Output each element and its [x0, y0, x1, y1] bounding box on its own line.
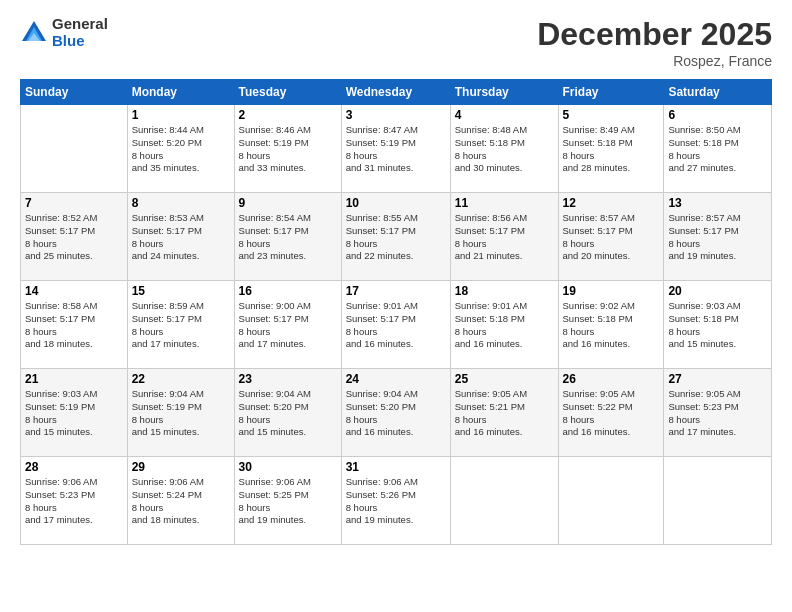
day-number: 4	[455, 108, 554, 122]
calendar-cell: 30Sunrise: 9:06 AMSunset: 5:25 PM8 hours…	[234, 457, 341, 545]
calendar-cell: 21Sunrise: 9:03 AMSunset: 5:19 PM8 hours…	[21, 369, 128, 457]
day-number: 25	[455, 372, 554, 386]
day-number: 5	[563, 108, 660, 122]
day-number: 21	[25, 372, 123, 386]
day-number: 12	[563, 196, 660, 210]
calendar-week-1: 1Sunrise: 8:44 AMSunset: 5:20 PM8 hoursa…	[21, 105, 772, 193]
day-info: Sunrise: 8:59 AMSunset: 5:17 PM8 hoursan…	[132, 300, 230, 351]
day-number: 6	[668, 108, 767, 122]
day-info: Sunrise: 8:48 AMSunset: 5:18 PM8 hoursan…	[455, 124, 554, 175]
day-info: Sunrise: 8:55 AMSunset: 5:17 PM8 hoursan…	[346, 212, 446, 263]
day-info: Sunrise: 9:05 AMSunset: 5:22 PM8 hoursan…	[563, 388, 660, 439]
day-number: 30	[239, 460, 337, 474]
col-friday: Friday	[558, 80, 664, 105]
day-info: Sunrise: 9:03 AMSunset: 5:19 PM8 hoursan…	[25, 388, 123, 439]
calendar-cell: 15Sunrise: 8:59 AMSunset: 5:17 PM8 hours…	[127, 281, 234, 369]
calendar-cell: 22Sunrise: 9:04 AMSunset: 5:19 PM8 hours…	[127, 369, 234, 457]
day-number: 20	[668, 284, 767, 298]
calendar-cell: 17Sunrise: 9:01 AMSunset: 5:17 PM8 hours…	[341, 281, 450, 369]
day-info: Sunrise: 8:54 AMSunset: 5:17 PM8 hoursan…	[239, 212, 337, 263]
calendar-cell: 1Sunrise: 8:44 AMSunset: 5:20 PM8 hoursa…	[127, 105, 234, 193]
day-number: 16	[239, 284, 337, 298]
day-number: 10	[346, 196, 446, 210]
day-number: 26	[563, 372, 660, 386]
calendar-cell: 2Sunrise: 8:46 AMSunset: 5:19 PM8 hoursa…	[234, 105, 341, 193]
day-info: Sunrise: 8:56 AMSunset: 5:17 PM8 hoursan…	[455, 212, 554, 263]
calendar-body: 1Sunrise: 8:44 AMSunset: 5:20 PM8 hoursa…	[21, 105, 772, 545]
calendar-cell: 9Sunrise: 8:54 AMSunset: 5:17 PM8 hoursa…	[234, 193, 341, 281]
location: Rospez, France	[537, 53, 772, 69]
day-info: Sunrise: 8:47 AMSunset: 5:19 PM8 hoursan…	[346, 124, 446, 175]
col-tuesday: Tuesday	[234, 80, 341, 105]
day-info: Sunrise: 9:04 AMSunset: 5:20 PM8 hoursan…	[346, 388, 446, 439]
day-number: 31	[346, 460, 446, 474]
day-info: Sunrise: 9:02 AMSunset: 5:18 PM8 hoursan…	[563, 300, 660, 351]
day-info: Sunrise: 9:01 AMSunset: 5:17 PM8 hoursan…	[346, 300, 446, 351]
day-number: 19	[563, 284, 660, 298]
calendar-cell: 20Sunrise: 9:03 AMSunset: 5:18 PM8 hours…	[664, 281, 772, 369]
calendar-week-2: 7Sunrise: 8:52 AMSunset: 5:17 PM8 hoursa…	[21, 193, 772, 281]
day-info: Sunrise: 8:50 AMSunset: 5:18 PM8 hoursan…	[668, 124, 767, 175]
calendar-cell: 28Sunrise: 9:06 AMSunset: 5:23 PM8 hours…	[21, 457, 128, 545]
calendar-cell: 10Sunrise: 8:55 AMSunset: 5:17 PM8 hours…	[341, 193, 450, 281]
day-info: Sunrise: 9:05 AMSunset: 5:23 PM8 hoursan…	[668, 388, 767, 439]
calendar-cell: 31Sunrise: 9:06 AMSunset: 5:26 PM8 hours…	[341, 457, 450, 545]
day-info: Sunrise: 9:06 AMSunset: 5:25 PM8 hoursan…	[239, 476, 337, 527]
day-number: 23	[239, 372, 337, 386]
calendar-week-4: 21Sunrise: 9:03 AMSunset: 5:19 PM8 hours…	[21, 369, 772, 457]
calendar-cell: 27Sunrise: 9:05 AMSunset: 5:23 PM8 hours…	[664, 369, 772, 457]
calendar-cell: 7Sunrise: 8:52 AMSunset: 5:17 PM8 hoursa…	[21, 193, 128, 281]
day-info: Sunrise: 9:00 AMSunset: 5:17 PM8 hoursan…	[239, 300, 337, 351]
calendar-cell	[450, 457, 558, 545]
day-number: 3	[346, 108, 446, 122]
header: General Blue December 2025 Rospez, Franc…	[20, 16, 772, 69]
day-number: 13	[668, 196, 767, 210]
day-info: Sunrise: 9:06 AMSunset: 5:23 PM8 hoursan…	[25, 476, 123, 527]
day-number: 18	[455, 284, 554, 298]
day-info: Sunrise: 8:57 AMSunset: 5:17 PM8 hoursan…	[668, 212, 767, 263]
calendar-cell: 3Sunrise: 8:47 AMSunset: 5:19 PM8 hoursa…	[341, 105, 450, 193]
logo-icon	[20, 19, 48, 47]
day-info: Sunrise: 9:03 AMSunset: 5:18 PM8 hoursan…	[668, 300, 767, 351]
calendar-week-5: 28Sunrise: 9:06 AMSunset: 5:23 PM8 hours…	[21, 457, 772, 545]
day-info: Sunrise: 8:44 AMSunset: 5:20 PM8 hoursan…	[132, 124, 230, 175]
page: General Blue December 2025 Rospez, Franc…	[0, 0, 792, 612]
calendar-cell: 6Sunrise: 8:50 AMSunset: 5:18 PM8 hoursa…	[664, 105, 772, 193]
day-number: 7	[25, 196, 123, 210]
calendar-cell: 29Sunrise: 9:06 AMSunset: 5:24 PM8 hours…	[127, 457, 234, 545]
day-number: 27	[668, 372, 767, 386]
calendar-cell: 23Sunrise: 9:04 AMSunset: 5:20 PM8 hours…	[234, 369, 341, 457]
logo-text: General Blue	[52, 16, 108, 49]
calendar-cell	[664, 457, 772, 545]
day-number: 11	[455, 196, 554, 210]
logo-general-label: General	[52, 16, 108, 33]
day-info: Sunrise: 8:49 AMSunset: 5:18 PM8 hoursan…	[563, 124, 660, 175]
col-monday: Monday	[127, 80, 234, 105]
logo: General Blue	[20, 16, 108, 49]
calendar-cell: 13Sunrise: 8:57 AMSunset: 5:17 PM8 hours…	[664, 193, 772, 281]
calendar-week-3: 14Sunrise: 8:58 AMSunset: 5:17 PM8 hours…	[21, 281, 772, 369]
day-number: 14	[25, 284, 123, 298]
day-number: 8	[132, 196, 230, 210]
day-number: 2	[239, 108, 337, 122]
day-info: Sunrise: 8:58 AMSunset: 5:17 PM8 hoursan…	[25, 300, 123, 351]
day-info: Sunrise: 9:01 AMSunset: 5:18 PM8 hoursan…	[455, 300, 554, 351]
calendar-cell: 4Sunrise: 8:48 AMSunset: 5:18 PM8 hoursa…	[450, 105, 558, 193]
day-number: 9	[239, 196, 337, 210]
title-area: December 2025 Rospez, France	[537, 16, 772, 69]
calendar-cell: 5Sunrise: 8:49 AMSunset: 5:18 PM8 hoursa…	[558, 105, 664, 193]
calendar-header-row: Sunday Monday Tuesday Wednesday Thursday…	[21, 80, 772, 105]
day-number: 24	[346, 372, 446, 386]
day-number: 1	[132, 108, 230, 122]
day-number: 17	[346, 284, 446, 298]
day-info: Sunrise: 8:57 AMSunset: 5:17 PM8 hoursan…	[563, 212, 660, 263]
col-saturday: Saturday	[664, 80, 772, 105]
calendar-cell: 12Sunrise: 8:57 AMSunset: 5:17 PM8 hours…	[558, 193, 664, 281]
calendar-cell	[558, 457, 664, 545]
day-info: Sunrise: 9:04 AMSunset: 5:20 PM8 hoursan…	[239, 388, 337, 439]
col-thursday: Thursday	[450, 80, 558, 105]
calendar-cell: 26Sunrise: 9:05 AMSunset: 5:22 PM8 hours…	[558, 369, 664, 457]
calendar-table: Sunday Monday Tuesday Wednesday Thursday…	[20, 79, 772, 545]
calendar-cell: 16Sunrise: 9:00 AMSunset: 5:17 PM8 hours…	[234, 281, 341, 369]
logo-blue-label: Blue	[52, 33, 108, 50]
